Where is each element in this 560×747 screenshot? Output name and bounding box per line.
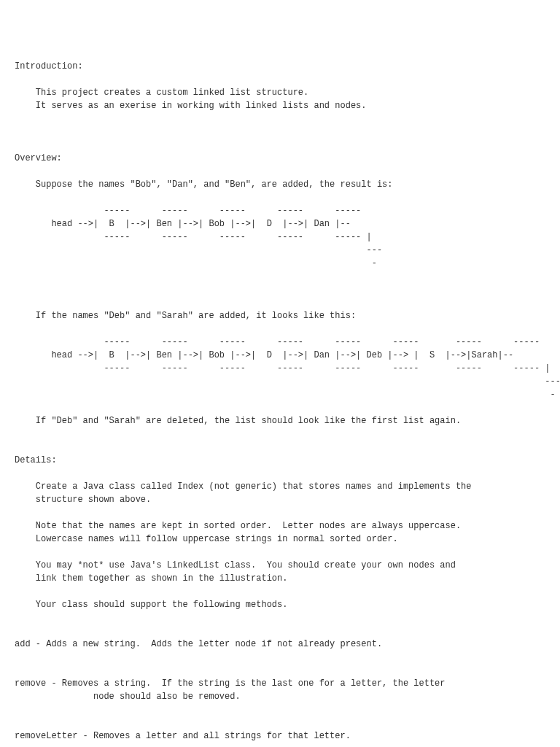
diagram2-line-4: --- <box>15 376 560 387</box>
diagram2-line-2: head -->| B |-->| Ben |-->| Bob |-->| D … <box>15 350 513 360</box>
intro-line-1: This project creates a custom linked lis… <box>15 88 308 98</box>
overview-line-1: Suppose the names "Bob", "Dan", and "Ben… <box>15 179 392 190</box>
details-p4: Your class should support the following … <box>15 600 287 610</box>
details-p2b: Lowercase names will follow uppercase st… <box>15 534 398 544</box>
overview-line-3: If "Deb" and "Sarah" are deleted, the li… <box>15 416 461 426</box>
intro-heading: Introduction: <box>15 61 83 71</box>
overview-line-2: If the names "Deb" and "Sarah" are added… <box>15 311 356 321</box>
diagram2-line-3: ----- ----- ----- ----- ----- ----- ----… <box>15 363 551 374</box>
diagram1-line-3: ----- ----- ----- ----- ----- | <box>15 232 372 242</box>
diagram2-line-5: - <box>15 390 556 400</box>
method-remove-a: remove - Removes a string. If the string… <box>15 678 446 689</box>
method-removeLetter: removeLetter - Removes a letter and all … <box>15 731 351 741</box>
document-body: Introduction: This project creates a cus… <box>15 60 545 747</box>
method-add: add - Adds a new string. Adds the letter… <box>15 639 382 649</box>
details-p2a: Note that the names are kept in sorted o… <box>15 521 461 531</box>
overview-heading: Overview: <box>15 153 62 163</box>
details-p3a: You may *not* use Java's LinkedList clas… <box>15 560 456 570</box>
diagram1-line-2: head -->| B |-->| Ben |-->| Bob |-->| D … <box>15 219 351 229</box>
details-p3b: link them together as shown in the illus… <box>15 573 287 584</box>
diagram1-line-1: ----- ----- ----- ----- ----- <box>15 206 361 216</box>
details-p1a: Create a Java class called Index (not ge… <box>15 481 472 492</box>
details-p1b: structure shown above. <box>15 495 151 505</box>
diagram1-line-4: --- <box>15 245 382 255</box>
details-heading: Details: <box>15 455 57 465</box>
diagram1-line-5: - <box>15 258 377 268</box>
method-remove-b: node should also be removed. <box>15 692 241 702</box>
diagram2-line-1: ----- ----- ----- ----- ----- ----- ----… <box>15 337 540 347</box>
intro-line-2: It serves as an exerise in working with … <box>15 101 366 111</box>
